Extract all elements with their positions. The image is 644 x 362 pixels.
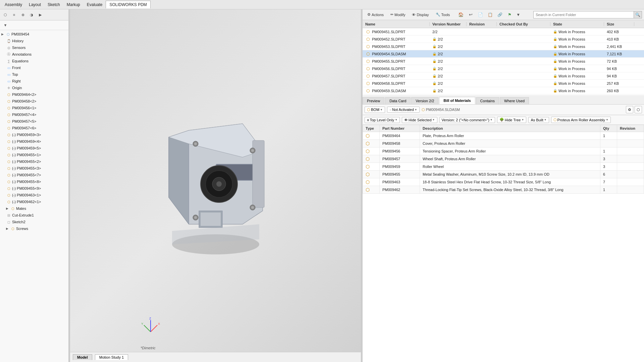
tree-item-pm009459-5[interactable]: ⬡ (-) PM009459<5> xyxy=(1,145,68,152)
tree-item-pm009457-6[interactable]: ⬡ PM009457<6> xyxy=(1,125,68,131)
pdm-display-btn[interactable]: 👁 Display xyxy=(409,12,431,17)
tab-preview[interactable]: Preview xyxy=(363,97,384,104)
tree-item-equations[interactable]: ∑ Equations xyxy=(1,58,68,64)
pdm-back-icon[interactable]: ↩ xyxy=(466,10,475,19)
file-row-6[interactable]: ⬡PM009457.SLDPRT 🔒2/2 🔒Work in Process 9… xyxy=(363,72,644,80)
part-icon-4: ⬡ xyxy=(6,112,11,117)
pdm-home-icon[interactable]: 🏠 xyxy=(457,10,465,19)
file-list-header: Name Version Number Revision Checked Out… xyxy=(363,20,644,28)
bom-qty-3: 3 xyxy=(600,155,617,163)
tree-root[interactable]: ▶ ⬡ PM009454 xyxy=(1,31,68,38)
tab-contains[interactable]: Contains xyxy=(476,97,499,104)
bom-row-6[interactable]: ⬡ PM009463 18-8 Stainless Steel Hex Driv… xyxy=(363,178,644,186)
tab-datacard[interactable]: Data Card xyxy=(385,97,411,104)
bom-row-4[interactable]: ⬡ PM009459 Roller Wheel 3 xyxy=(363,163,644,171)
file-row-1[interactable]: ⬡PM009452.SLDPRT 🔒2/2 🔒Work in Process 4… xyxy=(363,36,644,43)
tree-item-screws[interactable]: ▶ ⬡ Screws xyxy=(1,225,68,232)
pdm-dropdown-icon[interactable]: ▼ xyxy=(515,10,522,19)
bom-row-5[interactable]: ⬡ PM009455 Metal Sealing Washer, Aluminu… xyxy=(363,171,644,178)
tree-item-pm009459-3[interactable]: ⬡ (-) PM009459<3> xyxy=(1,131,68,138)
feature-tree[interactable]: ▶ ⬡ PM009454 ⌚ History ◎ Sensors Ⓐ Annot… xyxy=(0,30,68,362)
tree-item-pm009455-8[interactable]: ⬡ (-) PM009455<8> xyxy=(1,178,68,185)
pdm-tools-btn[interactable]: 🔧 Tools xyxy=(433,12,453,17)
search-button[interactable]: 🔍 xyxy=(634,11,642,18)
bom-settings-btn[interactable]: ⚙ xyxy=(626,106,633,113)
tab-version[interactable]: Version 2/2 xyxy=(411,97,438,104)
menu-assembly[interactable]: Assembly xyxy=(1,1,25,8)
pdm-doc-icon[interactable]: 📄 xyxy=(476,10,485,19)
panel-icon-arrow[interactable]: ▶ xyxy=(36,11,44,19)
hide-selected-icon: 👁 xyxy=(404,118,408,122)
tree-item-pm009455-2[interactable]: ⬡ (-) PM009455<2> xyxy=(1,158,68,165)
panel-icon-target[interactable]: ⊕ xyxy=(19,11,27,19)
filter-icon[interactable]: ▼ xyxy=(1,21,9,29)
tree-item-pm009455-9[interactable]: ⬡ (-) PM009455<9> xyxy=(1,185,68,192)
menu-evaluate[interactable]: Evaluate xyxy=(84,1,106,8)
file-row-4[interactable]: ⬡PM009455.SLDPRT 🔒2/2 🔒Work in Process 7… xyxy=(363,58,644,65)
menu-layout[interactable]: Layout xyxy=(25,1,44,8)
panel-icon-view[interactable]: ⬡ xyxy=(1,11,9,19)
tree-item-history[interactable]: ⌚ History xyxy=(1,38,68,44)
bom-row-1[interactable]: ⬡ PM009458 Cover, Proteus Arm Roller xyxy=(363,140,644,147)
pdm-link-icon[interactable]: 🔗 xyxy=(495,10,504,19)
tab-motion-study[interactable]: Motion Study 1 xyxy=(95,354,128,360)
tab-bom[interactable]: Bill of Materials xyxy=(439,97,475,104)
panel-icon-color[interactable]: ◑ xyxy=(28,11,36,19)
menu-sketch[interactable]: Sketch xyxy=(44,1,63,8)
tree-item-pm009455-7[interactable]: ⬡ (-) PM009455<7> xyxy=(1,172,68,178)
tree-item-pm009463-1[interactable]: ⬡ (-) PM009463<1> xyxy=(1,192,68,198)
tree-item-pm009456[interactable]: ⬡ PM009456<1> xyxy=(1,105,68,111)
tree-item-right[interactable]: ▭ Right xyxy=(1,78,68,84)
tree-item-annotations[interactable]: Ⓐ Annotations xyxy=(1,51,68,58)
panel-icon-list[interactable]: ≡ xyxy=(10,11,18,19)
assembly-name-dropdown[interactable]: ⬡ Proteus Arm Roller Assembly ▼ xyxy=(551,117,611,123)
tree-item-cutextrude[interactable]: ⊟ Cut-Extrude1 xyxy=(1,212,68,219)
tree-item-pm009455-3[interactable]: ⬡ (-) PM009455<3> xyxy=(1,165,68,172)
file-row-5[interactable]: ⬡PM009456.SLDPRT 🔒2/2 🔒Work in Process 9… xyxy=(363,65,644,72)
bom-export-btn[interactable]: ⬡ xyxy=(635,106,642,113)
hide-selected-dropdown[interactable]: 👁 Hide Selected ▼ xyxy=(402,117,437,123)
pdm-flag-icon[interactable]: ⚑ xyxy=(505,10,514,19)
search-input[interactable] xyxy=(533,11,634,18)
tree-item-mates[interactable]: ▶ ⬡ Mates xyxy=(1,205,68,212)
tree-item-pm009455-1[interactable]: ⬡ (-) PM009455<1> xyxy=(1,152,68,158)
mates-label: Mates xyxy=(16,206,26,210)
hide-tree-dropdown[interactable]: 🌳 Hide Tree ▼ xyxy=(497,117,527,123)
tree-item-sketch2[interactable]: ◻ Sketch2 xyxy=(1,219,68,225)
tree-item-pm009459-4[interactable]: ⬡ (-) PM009459<4> xyxy=(1,138,68,145)
menu-markup[interactable]: Markup xyxy=(63,1,84,8)
pdm-actions-btn[interactable]: ⚙ Actions xyxy=(365,12,386,17)
bom-table-area[interactable]: Type Part Number Description Qty Revisio… xyxy=(363,125,644,362)
tab-model[interactable]: Model xyxy=(73,354,92,360)
assembly-name-chevron: ▼ xyxy=(606,118,608,121)
tab-whereused[interactable]: Where Used xyxy=(500,97,529,104)
3d-viewport[interactable]: X Y Z xyxy=(70,9,361,352)
bom-row-7[interactable]: ⬡ PM009462 Thread-Locking Flat-Tip Set S… xyxy=(363,186,644,194)
tree-item-top[interactable]: ▭ Top xyxy=(1,71,68,78)
tree-item-origin[interactable]: ✛ Origin xyxy=(1,84,68,91)
top-level-dropdown[interactable]: ≡ Top Level Only ▼ xyxy=(365,117,400,123)
tree-item-pm009462-1[interactable]: ⬡ (-) PM009462<1> xyxy=(1,198,68,205)
top-icon: ▭ xyxy=(6,72,11,77)
file-row-7[interactable]: ⬡PM009458.SLDPRT 🔒2/2 🔒Work in Process 2… xyxy=(363,80,644,87)
file-row-0[interactable]: ⬡PM009451.SLDPRT 2/2 🔒Work in Process 40… xyxy=(363,28,644,36)
tree-item-pm009458[interactable]: ⬡ PM009458<2> xyxy=(1,98,68,105)
tree-item-pm009457-4[interactable]: ⬡ PM009457<4> xyxy=(1,111,68,118)
as-built-dropdown[interactable]: As Built ▼ xyxy=(528,117,549,123)
file-row-2[interactable]: ⬡PM009453.SLDPRT 🔒2/2 🔒Work in Process 2… xyxy=(363,43,644,50)
version-dropdown[interactable]: Version: 2 ("<No comment>") ▼ xyxy=(439,117,495,123)
bom-dropdown-btn[interactable]: ⬡ BOM ▼ xyxy=(365,107,385,113)
bom-row-3[interactable]: ⬡ PM009457 Wheel Shaft, Proteus Arm Roll… xyxy=(363,155,644,163)
tree-item-pm009464[interactable]: ⬡ PM009464<2> xyxy=(1,91,68,98)
pdm-copy-icon[interactable]: 📋 xyxy=(486,10,494,19)
bom-row-0[interactable]: ⬡ PM009464 Plate, Proteus Arm Roller 1 xyxy=(363,132,644,140)
file-row-8[interactable]: ⬡PM009459.SLDASM 🔒2/2 🔒Work in Process 2… xyxy=(363,87,644,95)
bom-row-2[interactable]: ⬡ PM009456 Tensioning Spacer, Proteus Ar… xyxy=(363,147,644,155)
pdm-modify-btn[interactable]: ✏ Modify xyxy=(388,12,408,17)
menu-solidworks-pdm[interactable]: SOLIDWORKS PDM xyxy=(106,1,150,8)
tree-item-pm009457-5[interactable]: ⬡ PM009457<5> xyxy=(1,118,68,125)
not-activated-dropdown[interactable]: ○ Not Activated ▼ xyxy=(387,107,420,113)
tree-item-front[interactable]: ▭ Front xyxy=(1,64,68,71)
tree-item-sensors[interactable]: ◎ Sensors xyxy=(1,44,68,51)
file-row-3[interactable]: ⬡PM009454.SLDASM 🔒2/2 🔒Work in Process 7… xyxy=(363,50,644,58)
